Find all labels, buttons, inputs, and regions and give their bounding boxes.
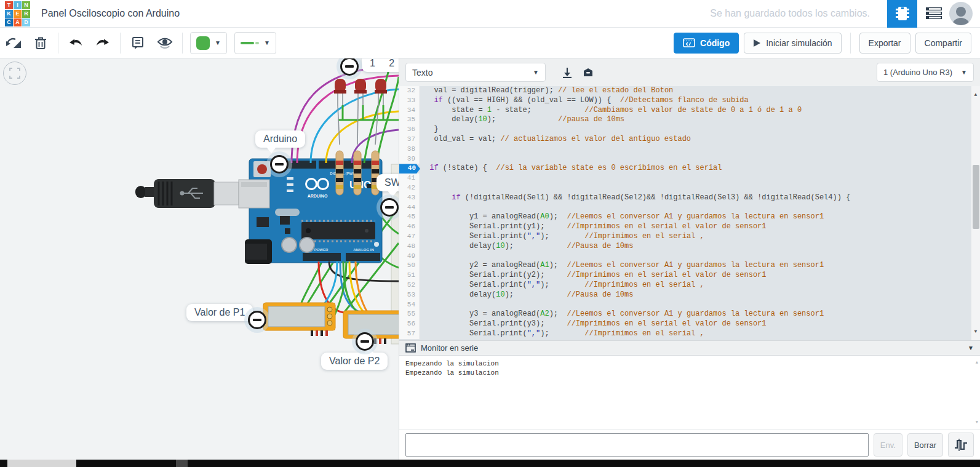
line-number[interactable]: 36 (399, 125, 420, 135)
line-number[interactable]: 56 (399, 319, 420, 329)
graph-toggle-button[interactable] (948, 433, 974, 457)
line-number[interactable]: 35 (399, 115, 420, 125)
board-select[interactable]: 1 (Arduino Uno R3) ▼ (877, 63, 974, 82)
line-number[interactable]: 46 (399, 222, 420, 232)
redo-button[interactable] (92, 33, 113, 54)
active-line-number[interactable]: 40 (399, 164, 420, 174)
code-line: 46 Serial.print(y1); //Imprimimos en el … (399, 222, 980, 232)
line-number[interactable]: 38 (399, 145, 420, 154)
line-number[interactable]: 51 (399, 271, 420, 281)
code-editor[interactable]: 32 val = digitalRead(trigger); // lee el… (399, 86, 980, 340)
code-line-text: old_val = val; // actualizamos el valor … (420, 135, 691, 145)
code-button[interactable]: Código (674, 33, 739, 54)
bottom-scrollbar[interactable] (0, 460, 980, 467)
undo-button[interactable] (65, 33, 86, 54)
code-line-text: Serial.print(","); //Imprimimos en el se… (420, 329, 704, 339)
annotation-arduino[interactable]: Arduino (255, 130, 305, 148)
line-number[interactable]: 55 (399, 309, 420, 319)
parts-list-button[interactable] (923, 0, 944, 28)
rotate-button[interactable] (3, 33, 24, 54)
toolbar-divider (850, 33, 851, 54)
annotation-collapse-button[interactable] (270, 155, 289, 174)
serial-output[interactable]: Empezando la simulacionEmpezando la simu… (399, 356, 980, 429)
toolbar: ▼ ▼ Código Ini (0, 28, 980, 58)
save-status: Se han guardado todos los cambios. (710, 8, 870, 19)
user-avatar[interactable] (949, 2, 973, 25)
toolbar-divider (120, 33, 121, 54)
line-number[interactable]: 52 (399, 281, 420, 290)
wire-style-picker[interactable]: ▼ (234, 32, 276, 54)
display-p1[interactable] (263, 303, 335, 336)
line-number[interactable]: 53 (399, 290, 420, 300)
code-line-text (420, 174, 429, 183)
logo-tile: T (5, 1, 13, 9)
header-bar: TINKERCAD Panel Osciloscopio con Arduino… (0, 0, 980, 28)
line-number[interactable]: 49 (399, 252, 420, 261)
color-picker[interactable]: ▼ (190, 32, 227, 54)
line-number[interactable]: 37 (399, 135, 420, 145)
line-number[interactable]: 50 (399, 261, 420, 271)
logo-tile: K (5, 10, 13, 18)
code-line: 57 Serial.print(","); //Imprimimos en el… (399, 329, 980, 339)
code-line: 35 delay(10); //pausa de 10ms (399, 115, 980, 125)
notes-button[interactable] (127, 33, 148, 54)
clear-button[interactable]: Borrar (907, 433, 943, 457)
code-line-text: val = digitalRead(trigger); // lee el es… (420, 86, 673, 96)
line-number[interactable]: 48 (399, 242, 420, 252)
fit-view-button[interactable] (3, 62, 26, 85)
view-button[interactable] (154, 33, 175, 54)
serial-input-row: Env. Borrar (399, 429, 980, 460)
code-panel-header: Texto ▼ 1 (Arduino Uno R3) ▼ (399, 58, 980, 86)
line-number[interactable]: 41 (399, 174, 420, 183)
chevron-down-icon: ▼ (527, 69, 539, 76)
line-number[interactable]: 32 (399, 86, 420, 96)
download-code-button[interactable] (557, 63, 578, 82)
delete-button[interactable] (30, 33, 51, 54)
code-line-text: Serial.print(y3); //Imprimimos en el ser… (420, 319, 767, 329)
annotation-sw1[interactable]: SW1 (376, 174, 399, 191)
code-line: 49 (399, 252, 980, 261)
start-simulation-button[interactable]: Iniciar simulación (744, 33, 841, 54)
export-button[interactable]: Exportar (859, 33, 910, 54)
edit-mode-select[interactable]: Texto ▼ (405, 63, 546, 82)
line-number[interactable]: 47 (399, 232, 420, 242)
code-line: 55 y3 = analogRead(A2); //Leemos el conv… (399, 309, 980, 319)
annotation-p1[interactable]: Valor de P1 (186, 304, 253, 321)
send-button[interactable]: Env. (874, 433, 902, 457)
line-number[interactable]: 54 (399, 300, 420, 310)
share-button[interactable]: Compartir (915, 33, 971, 54)
document-title[interactable]: Panel Osciloscopio con Arduino (41, 8, 180, 19)
line-number[interactable]: 43 (399, 193, 420, 203)
line-number[interactable]: 44 (399, 203, 420, 213)
scrollbar-thumb[interactable] (7, 460, 76, 467)
annotation-p2[interactable]: Valor de P2 (321, 353, 388, 370)
collapse-caret-icon[interactable]: ▼ (968, 345, 974, 351)
annotation-collapse-button[interactable] (380, 198, 399, 217)
annotation-led-numbers[interactable]: 1 2 3 (362, 58, 399, 72)
scroll-down-icon[interactable]: ▼ (971, 327, 980, 337)
line-number[interactable]: 39 (399, 154, 420, 164)
line-number[interactable]: 57 (399, 329, 420, 339)
line-number[interactable]: 34 (399, 106, 420, 116)
code-line-text (420, 300, 429, 310)
logo-tile: C (5, 18, 13, 26)
scroll-up-icon[interactable]: ▲ (976, 358, 978, 367)
line-number[interactable]: 42 (399, 183, 420, 193)
line-number[interactable]: 45 (399, 212, 420, 222)
annotation-collapse-button[interactable] (248, 311, 266, 329)
scroll-up-icon[interactable]: ▲ (971, 90, 980, 100)
scroll-down-icon[interactable]: ▼ (976, 418, 978, 427)
code-line: 38 (399, 145, 980, 154)
circuit-canvas[interactable]: DIGITAL (PWM~) POWER ANALOG IN UNO ARDUI… (0, 58, 399, 467)
annotation-collapse-button[interactable] (356, 332, 374, 351)
serial-monitor-header[interactable]: Monitor en serie ▼ (399, 340, 980, 356)
libraries-button[interactable] (578, 63, 599, 82)
scrollbar-thumb[interactable] (973, 165, 979, 229)
start-simulation-label: Iniciar simulación (766, 38, 832, 48)
editor-scrollbar[interactable]: ▲ ▼ (971, 86, 980, 340)
components-panel-button[interactable] (887, 0, 917, 28)
line-number[interactable]: 33 (399, 96, 420, 106)
serial-input[interactable] (405, 433, 869, 457)
usb-cable[interactable] (135, 179, 239, 208)
tinkercad-logo[interactable]: TINKERCAD (5, 1, 30, 26)
